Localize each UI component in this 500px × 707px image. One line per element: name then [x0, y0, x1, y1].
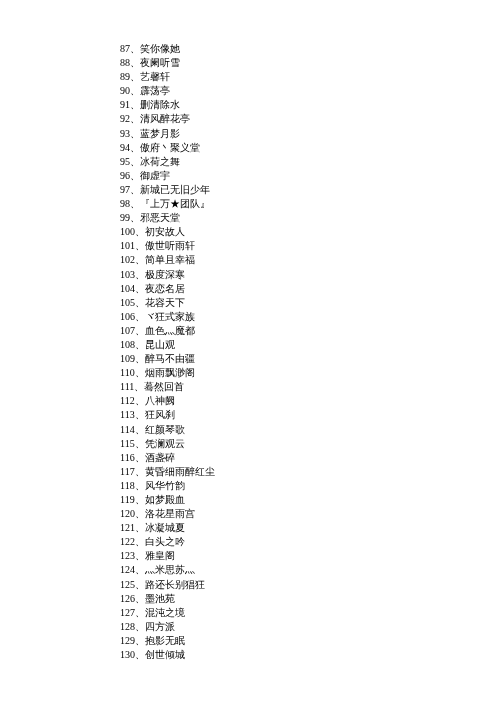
- list-item: 104、夜恋名居: [120, 282, 500, 296]
- list-item: 116、酒盏碎: [120, 451, 500, 465]
- list-item: 95、冰荷之舞: [120, 155, 500, 169]
- list-item: 117、黄昏细雨醉红尘: [120, 465, 500, 479]
- list-item: 120、洛花星雨宫: [120, 507, 500, 521]
- list-item: 121、冰凝城夏: [120, 521, 500, 535]
- list-item: 113、狂风刹: [120, 408, 500, 422]
- list-item: 88、夜阑听雪: [120, 56, 500, 70]
- list-item: 130、创世倾城: [120, 648, 500, 662]
- list-item: 122、白头之吟: [120, 535, 500, 549]
- list-item: 93、蓝梦月影: [120, 127, 500, 141]
- list-item: 128、四方派: [120, 620, 500, 634]
- list-item: 108、昆山观: [120, 338, 500, 352]
- list-item: 89、艺馨轩: [120, 70, 500, 84]
- list-item: 103、极度深寒: [120, 268, 500, 282]
- list-item: 105、花容天下: [120, 296, 500, 310]
- list-item: 97、新城已无旧少年: [120, 183, 500, 197]
- list-item: 90、霹荡亭: [120, 84, 500, 98]
- list-item: 114、红颜琴歌: [120, 423, 500, 437]
- list-item: 99、邪恶天堂: [120, 211, 500, 225]
- list-item: 98、『上万★团队』: [120, 197, 500, 211]
- list-item: 111、蓦然回首: [120, 380, 500, 394]
- list-item: 102、简单且幸福: [120, 253, 500, 267]
- list-item: 119、如梦殿血: [120, 493, 500, 507]
- list-item: 87、笑你像她: [120, 42, 500, 56]
- list-item: 109、醉马不由疆: [120, 352, 500, 366]
- list-item: 127、混沌之境: [120, 606, 500, 620]
- list-item: 91、删清除水: [120, 98, 500, 112]
- list-item: 124、灬米思苏灬: [120, 563, 500, 577]
- list-item: 118、风华竹韵: [120, 479, 500, 493]
- list-item: 126、墨池苑: [120, 592, 500, 606]
- list-item: 106、ヾ狂式家族: [120, 310, 500, 324]
- list-item: 125、路还长别猖狂: [120, 578, 500, 592]
- list-item: 112、八神阙: [120, 394, 500, 408]
- list-item: 92、清风醉花亭: [120, 112, 500, 126]
- list-item: 100、初安故人: [120, 225, 500, 239]
- list-item: 123、雅皇阁: [120, 549, 500, 563]
- list-item: 96、御虚宇: [120, 169, 500, 183]
- numbered-list: 87、笑你像她88、夜阑听雪89、艺馨轩90、霹荡亭91、删清除水92、清风醉花…: [120, 42, 500, 662]
- list-item: 94、傲府丶聚义堂: [120, 141, 500, 155]
- list-item: 101、傲世听雨轩: [120, 239, 500, 253]
- list-item: 110、烟雨飘渺阁: [120, 366, 500, 380]
- list-item: 129、抱影无眠: [120, 634, 500, 648]
- list-item: 115、凭澜观云: [120, 437, 500, 451]
- list-item: 107、血色灬魔都: [120, 324, 500, 338]
